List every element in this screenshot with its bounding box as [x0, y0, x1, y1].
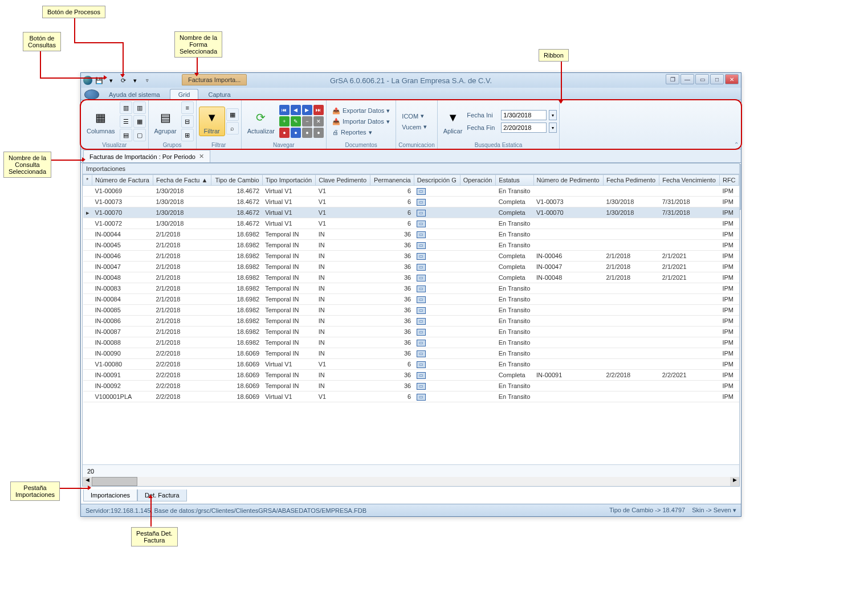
nav-b4[interactable]: ● [313, 128, 324, 138]
dropdown-icon[interactable]: ▾ [130, 75, 140, 85]
memo-icon[interactable]: ▭ [417, 296, 426, 303]
memo-icon[interactable]: ▭ [417, 264, 426, 271]
table-row[interactable]: ▸V1-000701/30/201818.4672Virtual V1V16▭C… [83, 207, 739, 218]
exportar-button[interactable]: 📤Exportar Datos ▾ [329, 106, 393, 116]
doc-tab-active[interactable]: Facturas de Importación : Por Periodo ✕ [83, 150, 210, 162]
nav-b1[interactable]: ● [279, 128, 290, 138]
group-btn-1[interactable]: ≡ [181, 101, 194, 114]
table-row[interactable]: IN-000472/1/201818.6982Temporal ININ36▭C… [83, 262, 739, 272]
nav-edit[interactable]: ✎ [291, 116, 301, 127]
close-icon[interactable]: ✕ [199, 153, 204, 160]
view-btn-4[interactable]: ▥ [133, 101, 146, 114]
nav-cancel[interactable]: ✕ [313, 116, 324, 127]
col-indicator[interactable]: * [83, 175, 92, 186]
memo-icon[interactable]: ▭ [417, 372, 426, 379]
table-row[interactable]: IN-000482/1/201818.6982Temporal ININ36▭C… [83, 272, 739, 283]
horizontal-scrollbar[interactable]: ◀ ▶ [83, 477, 739, 486]
col-tipo-cambio[interactable]: Tipo de Cambio [211, 175, 262, 186]
restore-button[interactable]: ▭ [695, 74, 709, 84]
table-row[interactable]: IN-000902/2/201818.6069Temporal ININ36▭E… [83, 348, 739, 359]
memo-icon[interactable]: ▭ [417, 242, 426, 249]
scroll-thumb[interactable] [92, 477, 137, 486]
aplicar-button[interactable]: ▼ Aplicar [440, 107, 466, 136]
memo-icon[interactable]: ▭ [417, 318, 426, 325]
fecha-ini-dropdown[interactable]: ▾ [549, 110, 557, 120]
agrupar-button[interactable]: ▤ Agrupar [151, 107, 180, 136]
table-row[interactable]: IN-000862/1/201818.6982Temporal ININ36▭E… [83, 316, 739, 327]
col-permanencia[interactable]: Permanencia [370, 175, 414, 186]
col-fecha-pedimento[interactable]: Fecha Pedimento [603, 175, 659, 186]
col-numero-factura[interactable]: Número de Factura [92, 175, 153, 186]
nav-b2[interactable]: ● [291, 128, 301, 138]
col-numero-pedimento[interactable]: Número de Pedimento [533, 175, 603, 186]
fecha-fin-input[interactable] [501, 123, 547, 133]
qat-customize-icon[interactable]: ▿ [142, 75, 152, 85]
memo-icon[interactable]: ▭ [417, 275, 426, 281]
table-row[interactable]: V100001PLA2/2/201818.6069Virtual V1V16▭E… [83, 391, 739, 402]
col-clave-pedimento[interactable]: Clave Pedimento [316, 175, 370, 186]
filter-btn-1[interactable]: ▦ [226, 108, 239, 121]
tab-det-factura[interactable]: Det. Factura [137, 489, 187, 501]
memo-icon[interactable]: ▭ [417, 285, 426, 292]
maximize-button[interactable]: □ [710, 74, 724, 84]
minimize-button[interactable]: — [680, 74, 694, 84]
fecha-ini-input[interactable] [501, 110, 547, 120]
columnas-button[interactable]: ▦ Columnas [83, 107, 119, 136]
importar-button[interactable]: 📥Importar Datos ▾ [329, 117, 393, 127]
restore-inner-button[interactable]: ❐ [666, 74, 679, 84]
view-btn-5[interactable]: ▦ [133, 115, 146, 128]
table-row[interactable]: V1-000721/30/201818.4672Virtual V1V16▭En… [83, 218, 739, 229]
memo-icon[interactable]: ▭ [417, 231, 426, 238]
fecha-fin-dropdown[interactable]: ▾ [549, 123, 557, 133]
tab-importaciones[interactable]: Importaciones [83, 489, 137, 501]
memo-icon[interactable]: ▭ [417, 350, 426, 357]
table-row[interactable]: V1-000802/2/201818.6069Virtual V1V16▭En … [83, 359, 739, 370]
memo-icon[interactable]: ▭ [417, 221, 426, 227]
table-row[interactable]: IN-000462/1/201818.6982Temporal ININ36▭C… [83, 251, 739, 262]
view-btn-2[interactable]: ☰ [120, 115, 132, 128]
icom-button[interactable]: ICOM ▾ [398, 111, 427, 121]
nav-last[interactable]: ⏭ [313, 105, 324, 115]
memo-icon[interactable]: ▭ [417, 210, 426, 217]
col-operacion[interactable]: Operación [460, 175, 495, 186]
ribbon-collapse-button[interactable]: ⌃ [734, 141, 739, 148]
memo-icon[interactable]: ▭ [417, 199, 426, 206]
tab-ayuda[interactable]: Ayuda del sistema [100, 89, 169, 100]
table-row[interactable]: IN-000832/1/201818.6982Temporal ININ36▭E… [83, 283, 739, 294]
col-fecha-factura[interactable]: Fecha de Factu ▲ [153, 175, 211, 186]
table-row[interactable]: V1-000691/30/201818.4672Virtual V1V16▭En… [83, 186, 739, 197]
table-row[interactable]: IN-000912/2/201818.6069Temporal ININ36▭C… [83, 370, 739, 381]
view-btn-1[interactable]: ▥ [120, 101, 132, 114]
memo-icon[interactable]: ▭ [417, 361, 426, 368]
vucem-button[interactable]: Vucem ▾ [398, 122, 430, 132]
save-icon[interactable]: 💾 [94, 75, 104, 85]
memo-icon[interactable]: ▭ [417, 307, 426, 314]
memo-icon[interactable]: ▭ [417, 340, 426, 346]
app-orb-button[interactable] [84, 89, 99, 100]
table-row[interactable]: IN-000922/2/201818.6069Temporal ININ36▭E… [83, 381, 739, 391]
tab-captura[interactable]: Captura [199, 89, 239, 100]
table-row[interactable]: IN-000452/1/201818.6982Temporal ININ36▭E… [83, 240, 739, 251]
table-row[interactable]: IN-000852/1/201818.6982Temporal ININ36▭E… [83, 305, 739, 316]
nav-first[interactable]: ⏮ [279, 105, 290, 115]
memo-icon[interactable]: ▭ [417, 329, 426, 336]
status-skin[interactable]: Skin -> Seven ▾ [692, 507, 736, 514]
dropdown-icon[interactable]: ▾ [106, 75, 116, 85]
nav-prev[interactable]: ◀ [291, 105, 301, 115]
col-descripcion[interactable]: Descripción G [414, 175, 460, 186]
tab-grid[interactable]: Grid [170, 89, 199, 100]
memo-icon[interactable]: ▭ [417, 188, 426, 195]
table-row[interactable]: IN-000882/1/201818.6982Temporal ININ36▭E… [83, 337, 739, 348]
table-row[interactable]: IN-000842/1/201818.6982Temporal ININ36▭E… [83, 294, 739, 305]
nav-next[interactable]: ▶ [302, 105, 312, 115]
col-tipo-importacion[interactable]: Tipo Importación [262, 175, 316, 186]
view-btn-6[interactable]: ▢ [133, 129, 146, 141]
memo-icon[interactable]: ▭ [417, 394, 426, 401]
filtrar-button[interactable]: ▼ Filtrar [199, 107, 225, 136]
col-rfc[interactable]: RFC [719, 175, 739, 186]
col-estatus[interactable]: Estatus [496, 175, 533, 186]
table-row[interactable]: V1-000731/30/201818.4672Virtual V1V16▭Co… [83, 197, 739, 207]
actualizar-button[interactable]: ⟳ Actualizar [244, 107, 278, 136]
view-btn-3[interactable]: ▤ [120, 129, 132, 141]
memo-icon[interactable]: ▭ [417, 383, 426, 390]
